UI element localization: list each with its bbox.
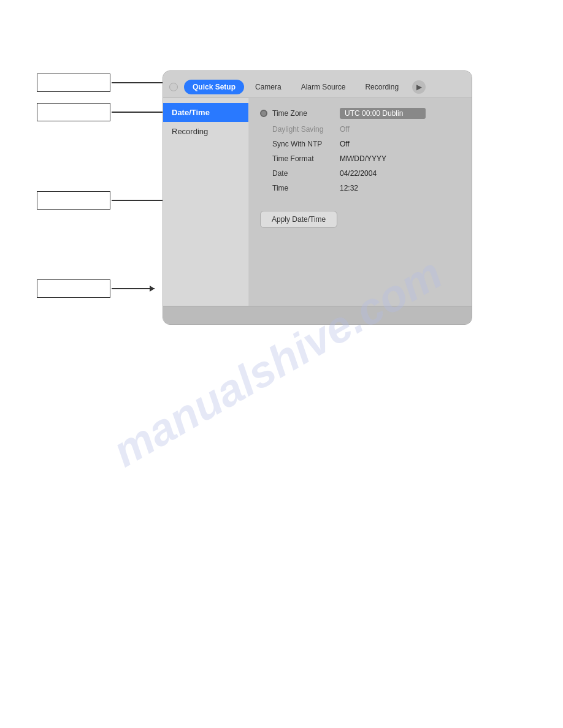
field-row-ntp: Sync With NTP Off	[260, 140, 461, 148]
timezone-label: Time Zone	[272, 109, 340, 118]
timezone-value: UTC 00:00 Dublin	[340, 108, 426, 119]
date-label: Date	[272, 169, 340, 178]
content-area: Time Zone UTC 00:00 Dublin Daylight Savi…	[249, 98, 472, 324]
field-row-date: Date 04/22/2004	[260, 169, 461, 178]
tab-alarm-source[interactable]: Alarm Source	[293, 80, 354, 94]
sidebar-item-recording[interactable]: Recording	[163, 122, 248, 141]
field-row-time: Time 12:32	[260, 184, 461, 192]
ntp-value: Off	[340, 140, 350, 148]
tab-recording[interactable]: Recording	[356, 80, 407, 94]
callout-box-4	[37, 279, 110, 298]
tab-camera[interactable]: Camera	[247, 80, 290, 94]
field-row-daylight: Daylight Saving Off	[260, 125, 461, 134]
format-value: MM/DD/YYYY	[340, 154, 386, 163]
panel-body: Date/Time Recording Time Zone UTC 00:00 …	[163, 98, 472, 324]
bottom-strip	[163, 306, 472, 324]
time-value: 12:32	[340, 184, 358, 192]
tab-quick-setup[interactable]: Quick Setup	[184, 80, 244, 94]
callout-box-2	[37, 103, 110, 121]
sidebar: Date/Time Recording	[163, 98, 249, 324]
field-row-timezone: Time Zone UTC 00:00 Dublin	[260, 108, 461, 119]
apply-datetime-button[interactable]: Apply Date/Time	[260, 211, 337, 228]
callout-box-1	[37, 74, 110, 92]
format-label: Time Format	[272, 154, 340, 163]
date-value: 04/22/2004	[340, 169, 377, 178]
daylight-label: Daylight Saving	[272, 125, 340, 134]
tab-next-button[interactable]: ▶	[412, 80, 426, 94]
sidebar-item-datetime[interactable]: Date/Time	[163, 103, 248, 122]
tab-bar: Quick Setup Camera Alarm Source Recordin…	[163, 71, 472, 98]
ntp-label: Sync With NTP	[272, 140, 340, 148]
callout-box-3	[37, 191, 110, 210]
field-row-format: Time Format MM/DD/YYYY	[260, 154, 461, 163]
daylight-value: Off	[340, 125, 350, 134]
timezone-radio[interactable]	[260, 110, 267, 117]
tab-indicator	[169, 83, 178, 91]
main-panel: Quick Setup Camera Alarm Source Recordin…	[163, 70, 472, 325]
arrow-4	[112, 288, 155, 289]
time-label: Time	[272, 184, 340, 192]
